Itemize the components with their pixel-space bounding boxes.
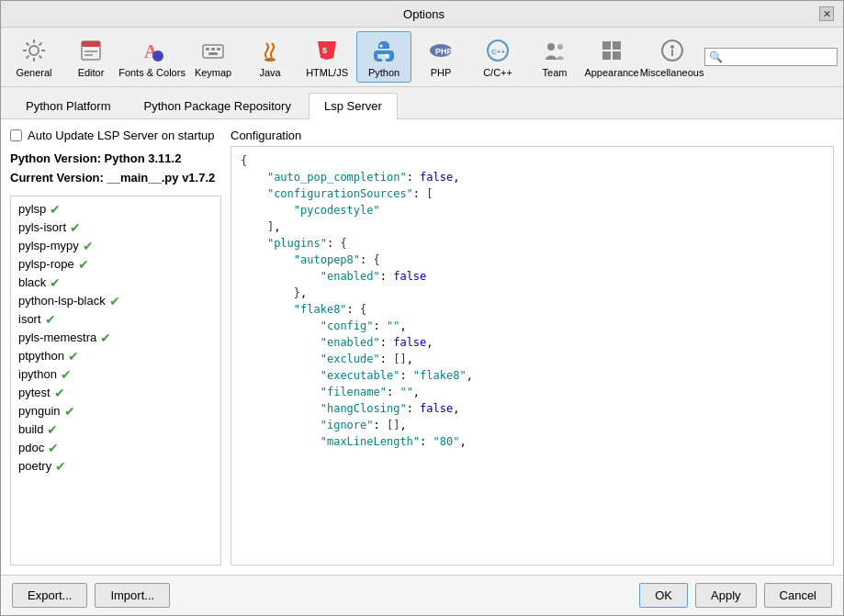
- auto-update-row: Auto Update LSP Server on startup: [10, 129, 221, 142]
- toolbar-item-appearance[interactable]: Appearance: [584, 31, 639, 83]
- svg-point-21: [547, 43, 555, 50]
- search-input[interactable]: [723, 50, 833, 63]
- package-item: ipython✔: [18, 365, 213, 384]
- package-item: pylsp✔: [18, 200, 213, 218]
- package-item: poetry✔: [18, 457, 213, 476]
- version-info: Python Version: Python 3.11.2 Current Ve…: [10, 150, 221, 188]
- package-name: pylsp-rope: [18, 257, 74, 271]
- svg-rect-9: [211, 48, 215, 50]
- package-name: poetry: [18, 459, 51, 473]
- check-icon: ✔: [54, 386, 65, 400]
- toolbar-item-editor[interactable]: Editor: [63, 31, 118, 83]
- bottom-left: Export... Import...: [12, 583, 170, 608]
- right-panel: Configuration { "auto_pop_completion": f…: [231, 129, 834, 566]
- toolbar-misc-label: Miscellaneous: [640, 67, 704, 78]
- svg-text:C++: C++: [491, 48, 505, 56]
- php-icon: PHP: [426, 36, 456, 65]
- appearance-icon: [597, 36, 626, 65]
- export-button[interactable]: Export...: [12, 583, 87, 608]
- general-icon: [19, 36, 49, 65]
- svg-point-15: [380, 45, 383, 48]
- svg-point-0: [29, 46, 39, 55]
- toolbar-java-label: Java: [259, 67, 280, 78]
- tab-python-package-repository[interactable]: Python Package Repository: [129, 93, 307, 118]
- svg-point-16: [386, 54, 388, 57]
- cancel-button[interactable]: Cancel: [764, 583, 832, 608]
- python-version-value: Python 3.11.2: [105, 151, 182, 165]
- check-icon: ✔: [50, 202, 61, 217]
- check-icon: ✔: [83, 239, 94, 253]
- package-item: pylsp-rope✔: [18, 255, 213, 274]
- svg-rect-11: [208, 52, 218, 55]
- package-name: isort: [18, 312, 41, 326]
- tab-python-platform[interactable]: Python Platform: [10, 93, 127, 118]
- package-item: pdoc✔: [18, 439, 213, 457]
- svg-rect-23: [602, 41, 611, 50]
- content-area: Auto Update LSP Server on startup Python…: [1, 119, 843, 575]
- dialog-title: Options: [28, 7, 819, 21]
- current-version-value: __main__.py v1.7.2: [107, 171, 215, 185]
- import-button[interactable]: Import...: [95, 583, 170, 608]
- toolbar-cpp-label: C/C++: [483, 67, 512, 78]
- toolbar-item-cpp[interactable]: C++ C/C++: [470, 31, 525, 83]
- apply-button[interactable]: Apply: [695, 583, 757, 608]
- tab-lsp-server[interactable]: Lsp Server: [309, 93, 398, 119]
- packages-list: pylsp✔pyls-isort✔pylsp-mypy✔pylsp-rope✔b…: [10, 196, 221, 566]
- check-icon: ✔: [109, 294, 120, 308]
- config-label: Configuration: [231, 129, 834, 142]
- package-item: pytest✔: [18, 384, 213, 402]
- toolbar-item-htmljs[interactable]: 5 HTML/JS: [299, 31, 354, 83]
- config-editor[interactable]: { "auto_pop_completion": false, "configu…: [231, 146, 834, 566]
- package-item: black✔: [18, 274, 213, 292]
- package-item: pyls-memestra✔: [18, 329, 213, 347]
- check-icon: ✔: [45, 312, 56, 327]
- svg-rect-25: [602, 51, 611, 60]
- package-name: ptpython: [18, 349, 64, 363]
- keymap-icon: [198, 36, 228, 65]
- toolbar-item-php[interactable]: PHP PHP: [413, 31, 468, 83]
- package-name: build: [18, 422, 43, 436]
- options-dialog: Options ✕ General E: [0, 0, 844, 616]
- svg-rect-10: [217, 48, 220, 50]
- toolbar-htmljs-label: HTML/JS: [306, 67, 348, 78]
- check-icon: ✔: [100, 330, 111, 345]
- auto-update-checkbox[interactable]: [10, 129, 22, 141]
- check-icon: ✔: [47, 422, 58, 437]
- htmljs-icon: 5: [312, 36, 342, 65]
- ok-button[interactable]: OK: [639, 583, 688, 608]
- auto-update-label: Auto Update LSP Server on startup: [28, 129, 215, 142]
- check-icon: ✔: [48, 441, 59, 455]
- toolbar: General Editor A Fonts & Colo: [1, 28, 843, 87]
- toolbar-item-general[interactable]: General: [6, 31, 62, 83]
- toolbar-item-misc[interactable]: Miscellaneous: [641, 31, 703, 83]
- tabs-bar: Python Platform Python Package Repositor…: [1, 87, 843, 119]
- java-icon: [255, 36, 285, 65]
- package-name: pynguin: [18, 404, 61, 418]
- package-item: pylsp-mypy✔: [18, 237, 213, 255]
- toolbar-appearance-label: Appearance: [584, 67, 638, 78]
- left-panel: Auto Update LSP Server on startup Python…: [10, 129, 221, 566]
- close-button[interactable]: ✕: [819, 6, 834, 21]
- svg-point-22: [557, 44, 563, 50]
- toolbar-item-team[interactable]: Team: [527, 31, 582, 83]
- toolbar-item-python[interactable]: Python: [356, 31, 411, 83]
- check-icon: ✔: [68, 349, 79, 364]
- package-name: pylsp-mypy: [18, 239, 79, 252]
- toolbar-item-java[interactable]: Java: [242, 31, 298, 83]
- check-icon: ✔: [78, 257, 89, 272]
- toolbar-item-keymap[interactable]: Keymap: [186, 31, 241, 83]
- svg-text:5: 5: [322, 46, 327, 55]
- package-item: isort✔: [18, 310, 213, 329]
- check-icon: ✔: [50, 275, 61, 290]
- toolbar-python-label: Python: [368, 67, 399, 78]
- toolbar-search: 🔍: [704, 48, 838, 66]
- package-name: python-lsp-black: [18, 294, 106, 308]
- toolbar-php-label: PHP: [431, 67, 452, 78]
- package-item: build✔: [18, 420, 213, 439]
- team-icon: [540, 36, 569, 65]
- search-icon: 🔍: [709, 50, 723, 63]
- package-name: pylsp: [18, 202, 46, 216]
- package-item: python-lsp-black✔: [18, 292, 213, 310]
- package-name: black: [18, 275, 46, 289]
- toolbar-item-fonts-colors[interactable]: A Fonts & Colors: [120, 31, 184, 83]
